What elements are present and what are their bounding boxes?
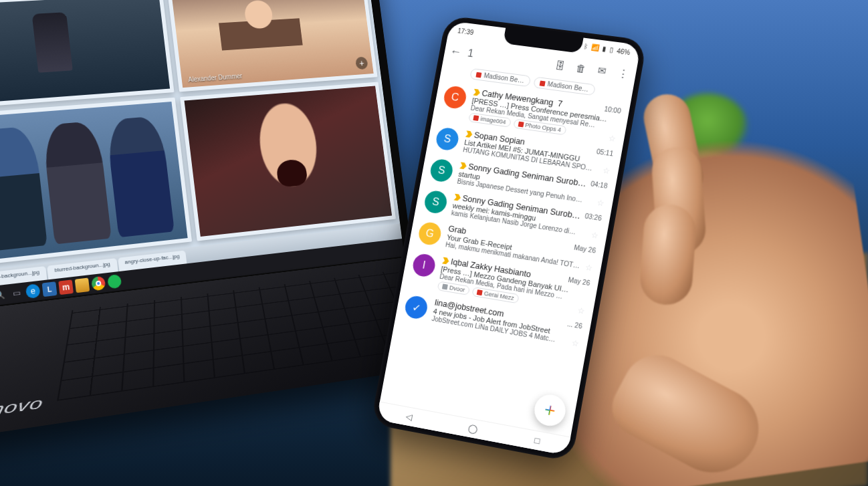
overflow-icon[interactable]: ⋮ <box>615 67 631 80</box>
thumb-2[interactable]: Alexander Dummer + <box>167 0 378 92</box>
edge-icon[interactable]: e <box>25 283 41 299</box>
email-list[interactable]: C Cathy Mewengkang 7 [PRESS …] Press Con… <box>395 79 631 353</box>
search-icon[interactable]: 🔍 <box>0 287 7 303</box>
selection-count: 1 <box>467 47 547 70</box>
star-icon[interactable]: ☆ <box>576 306 585 316</box>
task-view-icon[interactable]: ▭ <box>9 285 24 301</box>
mail-icon[interactable]: ✉ <box>593 64 610 78</box>
avatar[interactable]: C <box>442 85 467 110</box>
bluetooth-icon: ᛒ <box>583 43 588 50</box>
plus-icon: + <box>542 398 557 422</box>
wifi-icon: 📶 <box>590 44 600 51</box>
scream-face <box>237 100 342 217</box>
app-m-icon[interactable]: m <box>58 279 74 295</box>
star-icon[interactable]: ☆ <box>571 338 580 349</box>
important-icon <box>465 130 473 138</box>
important-icon <box>442 257 449 265</box>
laptop-brand: Lenovo <box>0 394 45 424</box>
thumb-3[interactable] <box>0 97 192 266</box>
avatar[interactable]: S <box>435 126 460 151</box>
spotify-icon[interactable] <box>107 274 122 289</box>
avatar[interactable]: G <box>417 221 443 247</box>
delete-icon[interactable]: 🗑 <box>572 62 589 74</box>
important-icon <box>459 162 467 169</box>
star-icon[interactable]: ☆ <box>608 134 617 144</box>
add-icon[interactable]: + <box>355 56 368 70</box>
thumb-1[interactable] <box>0 0 174 108</box>
important-icon <box>453 194 461 201</box>
chrome-icon[interactable] <box>91 276 106 291</box>
status-time: 17:39 <box>457 27 475 36</box>
avatar[interactable]: S <box>423 189 448 215</box>
signal-icon: ▮ <box>602 45 607 52</box>
back-icon[interactable]: ← <box>449 44 463 59</box>
lenovo-icon[interactable]: L <box>42 281 58 297</box>
nav-back-icon[interactable]: ◁ <box>405 411 413 422</box>
important-icon <box>473 89 480 96</box>
battery-pct: 46% <box>616 47 631 55</box>
finger <box>639 203 697 306</box>
star-icon[interactable]: ☆ <box>590 230 599 241</box>
avatar[interactable]: S <box>429 158 454 183</box>
archive-icon[interactable]: 🗄 <box>552 59 568 72</box>
avatar[interactable]: ✓ <box>403 295 429 320</box>
battery-icon: ▯ <box>609 47 615 54</box>
avatar[interactable]: I <box>411 253 437 278</box>
star-icon[interactable]: ☆ <box>602 166 611 176</box>
explorer-icon[interactable] <box>75 278 90 293</box>
thumb-caption: Alexander Dummer <box>188 72 243 83</box>
nav-recent-icon[interactable]: □ <box>534 435 540 446</box>
compose-fab[interactable]: + <box>532 392 568 429</box>
nav-home-icon[interactable]: ◯ <box>467 422 478 435</box>
star-icon[interactable]: ☆ <box>596 198 605 208</box>
thumb-4[interactable] <box>180 82 396 241</box>
star-icon[interactable]: ☆ <box>584 263 593 273</box>
